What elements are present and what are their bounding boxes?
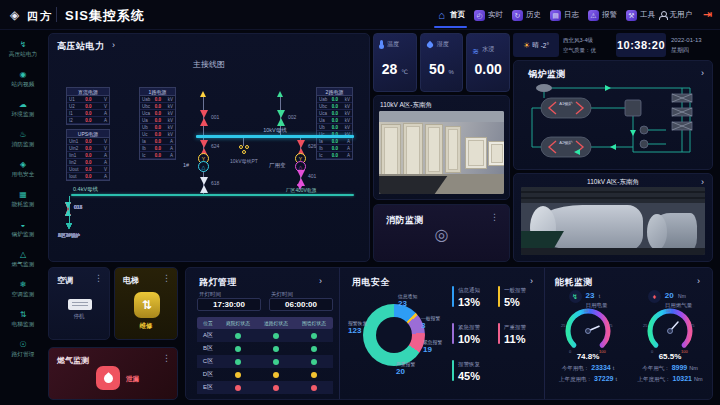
kebab-menu-icon[interactable]: ⋮ [162,354,171,363]
meter-row: Uc0.0kV [140,131,175,138]
sidebar-item-label: 环境监测 [12,110,35,119]
log-icon: ▤ [550,10,561,21]
date-display: 2022-01-13 星期四 [671,35,702,55]
nav-item[interactable]: ◴ 实时 [474,0,503,30]
env-card-label: 水浸 [482,45,494,54]
meter-row: Uin20.0V [67,145,109,152]
breaker-618[interactable] [200,177,208,193]
status-dot [235,359,241,365]
breaker-002[interactable] [277,110,285,126]
chevron-right-icon[interactable]: › [701,178,704,187]
boiler-icon: ◒ [21,221,26,229]
elevator-icon [134,292,160,318]
topbar: ◈ 四方 SIS集控系统 ⌂ 首页 ◴ 实时 ↻ 历史 ▤ 日志 ⚠ 报警 ⚒ … [0,0,720,30]
kebab-menu-icon[interactable]: ⋮ [490,213,499,222]
nav-item[interactable]: ⌂ 首页 [436,0,465,30]
plant-400v-label: 厂区400V电源 [275,187,327,193]
sidebar-item[interactable]: ♨ 消防监测 [0,125,46,155]
dome-camera-icon: ◎ [374,227,509,243]
chevron-right-icon[interactable]: › [697,277,700,286]
chevron-right-icon[interactable]: › [319,277,322,286]
air-conditioner-icon [68,299,92,310]
boiler-tank2-label: A2锅炉 [559,140,573,145]
kebab-menu-icon[interactable]: ⋮ [162,274,171,283]
sidebar-item[interactable]: ↯ 高压站电力 [0,35,46,65]
sidebar-item-label: 电梯监测 [12,320,35,329]
sidebar-item-label: 站内视频 [12,80,35,89]
nav-item[interactable]: ⚠ 报警 [588,0,617,30]
meter-row: Ia0.0A [140,138,175,145]
bus-10kv [196,135,354,138]
tools-icon: ⚒ [626,10,637,21]
logo-text: 四方 [27,9,53,24]
meter-row: U10.0V [67,96,109,103]
panel-title: 路灯管理 [199,276,237,289]
sidebar-item-label: 空调监测 [12,290,35,299]
wind-text: 西北风3-4级 [563,35,596,45]
home-icon: ⌂ [436,10,447,21]
sidebar: ↯ 高压站电力 ◉ 站内视频 ☁ 环境监测 ♨ 消防监测 ◈ 用电安全 ▦ 能耗… [0,30,46,405]
legend-item: 报警恢复45% [452,360,498,397]
environment-icon: ☁ [19,101,27,109]
panel-title: 用电安全 [352,276,390,289]
ups-power-table: UPS电源 Uin10.0VUin20.0VIin10.0AIin20.0AUo… [66,129,110,181]
sidebar-item[interactable]: ◉ 站内视频 [0,65,46,95]
meter-row: Ub0.0kV [140,124,175,131]
status-dot [311,359,317,365]
chevron-right-icon[interactable]: › [701,69,704,78]
station-transformer-label: 厂用变 [269,162,286,169]
nav-item[interactable]: ⚒ 工具 [626,0,655,30]
energy-gauge: ♦ 20 Nm 日用燃气量 0 25 50 75 100 [629,287,711,383]
line1-power-table: 1路电源 Uab0.0kVUbc0.0kVUca0.0kVUa0.0kVUb0.… [139,87,176,160]
energy-gauge: ↯ 23 t 日用电量 0 25 50 75 100 [547,287,629,383]
sidebar-item[interactable]: ◒ 锅炉监测 [0,215,46,245]
fire-monitor-panel: 消防监测 ⋮ ◎ [373,204,510,262]
ac-panel: 空调 ⋮ 停机 [48,267,110,340]
svg-text:100: 100 [599,349,606,354]
kebab-menu-icon[interactable]: ⋮ [94,274,103,283]
camera-title: 110kV A区-东南角 [514,178,712,187]
sidebar-item[interactable]: ☉ 路灯管理 [0,335,46,365]
sidebar-item-label: 锅炉监测 [12,230,35,239]
nav-item-label: 日志 [564,10,579,20]
sidebar-item-label: 消防监测 [12,140,35,149]
nav-item[interactable]: ↻ 历史 [512,0,541,30]
sidebar-item[interactable]: ☁ 环境监测 [0,95,46,125]
sidebar-item[interactable]: ▦ 能耗监测 [0,185,46,215]
table-header: 位置 庭院灯状态 道路灯状态 围墙灯状态 [197,317,333,329]
camera-panel-switchgear: 110kV A区-东南角 [373,95,510,200]
sidebar-item[interactable]: ⇅ 电梯监测 [0,305,46,335]
env-card: 温度 28 ℃ [373,33,417,92]
history-icon: ↻ [512,10,523,21]
sidebar-item[interactable]: ❄ 空调监测 [0,275,46,305]
camera-feed[interactable] [379,111,504,194]
wiring-diagram-title: 主接线图 [49,59,369,70]
on-time-input[interactable]: 17:30:00 [197,298,261,311]
sidebar-item[interactable]: ◈ 用电安全 [0,155,46,185]
legend-item: 严重报警11% [498,323,544,360]
env-card: 水浸 0.00 [466,33,510,92]
meter-row: Uab0.0kV [140,96,175,103]
gas-status-badge: 泄漏 [126,375,139,384]
nav-item[interactable]: ▤ 日志 [550,0,579,30]
stat-row: 上年度用气：10321Nm [637,375,702,383]
chevron-right-icon[interactable]: › [112,41,115,50]
sidebar-item[interactable]: △ 燃气监测 [0,245,46,275]
sidebar-item-label: 用电安全 [12,170,35,179]
feeder-breaker[interactable] [65,202,72,216]
chevron-right-icon[interactable]: › [530,277,533,286]
status-dot [235,346,241,352]
meter-row: Ic0.0A [140,152,175,159]
meter-row: Iout0.0A [67,173,109,180]
table-row: E区 [197,381,333,394]
user-menu[interactable]: 无用户 [659,0,693,30]
logout-icon[interactable]: ⇥ [703,9,712,20]
off-time-input[interactable]: 06:00:00 [269,298,333,311]
status-dot [273,359,279,365]
gas-monitor-panel: 燃气监测 ⋮ 泄漏 [48,347,178,400]
svg-text:75: 75 [690,323,695,328]
breaker-001[interactable] [200,110,208,126]
meter-row: Uca0.0kV [140,110,175,117]
env-card-value: 50 % [421,61,463,77]
camera-feed[interactable] [521,187,705,255]
